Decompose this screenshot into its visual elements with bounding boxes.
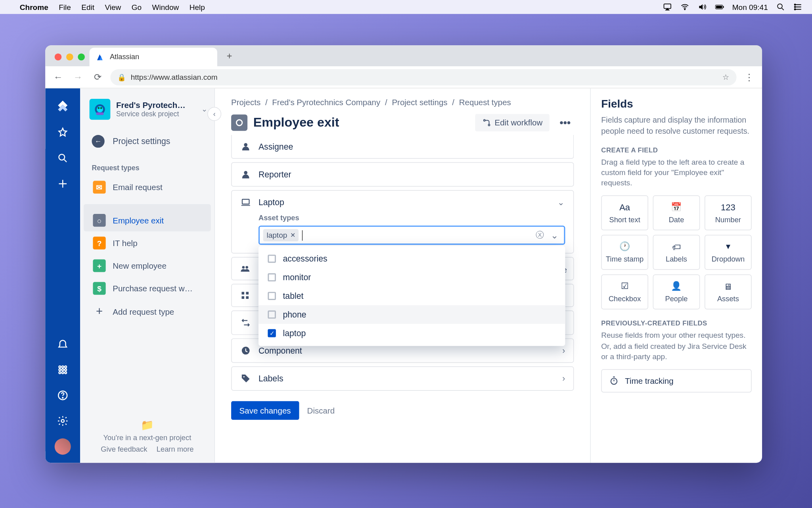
volume-icon[interactable] (697, 2, 707, 12)
browser-tab[interactable]: Atlassian (90, 48, 217, 66)
give-feedback-link[interactable]: Give feedback (101, 445, 147, 454)
address-bar: ← → ⟳ 🔒 https://www.atlassian.com ☆ ⋮ (45, 66, 762, 89)
menu-file[interactable]: File (59, 3, 71, 12)
dropdown-option[interactable]: tablet (259, 287, 565, 305)
nav-notifications-icon[interactable] (52, 334, 73, 355)
bookmark-star-icon[interactable]: ☆ (722, 73, 730, 81)
field-type-checkbox[interactable]: ☑Checkbox (601, 275, 648, 310)
chrome-menu-button[interactable]: ⋮ (742, 70, 756, 84)
menu-view[interactable]: View (105, 3, 121, 12)
jira-logo-icon[interactable] (55, 96, 71, 113)
field-type-labels[interactable]: 🏷Labels (653, 235, 700, 270)
checkbox-icon (268, 273, 276, 282)
field-type-dropdown[interactable]: ▾Dropdown (705, 235, 752, 270)
menu-go[interactable]: Go (132, 3, 142, 12)
nav-help-icon[interactable] (52, 385, 73, 406)
svg-point-23 (97, 106, 103, 112)
remove-chip-icon[interactable]: ✕ (290, 231, 295, 239)
field-reporter[interactable]: Reporter (231, 162, 574, 187)
edit-workflow-button[interactable]: Edit workflow (475, 114, 550, 131)
nav-star-icon[interactable] (52, 122, 73, 143)
nav-create-icon[interactable] (52, 173, 73, 194)
main-content: Projects/ Fred's Pyrotechnics Company/ P… (215, 89, 590, 463)
asset-types-label: Asset types (259, 214, 565, 222)
collapse-sidebar-button[interactable]: ‹ (207, 107, 221, 121)
menubar-clock[interactable]: Mon 09:41 (732, 3, 768, 12)
new-tab-button[interactable]: + (221, 48, 238, 65)
back-to-project-settings[interactable]: ← Project settings (80, 130, 214, 152)
svg-rect-35 (241, 292, 244, 294)
request-type-item[interactable]: $Purchase request w… (84, 277, 211, 300)
svg-point-10 (59, 366, 61, 368)
svg-rect-32 (242, 199, 249, 204)
request-type-item[interactable]: +New employee (84, 255, 211, 277)
svg-point-40 (243, 376, 245, 377)
svg-point-29 (488, 124, 490, 126)
menubar-app[interactable]: Chrome (20, 3, 48, 12)
asset-types-multiselect[interactable]: laptop✕ ⓧ ⌄ accessoriesmonitortabletphon… (259, 225, 565, 244)
url-field[interactable]: 🔒 https://www.atlassian.com ☆ (110, 69, 736, 85)
breadcrumb-item[interactable]: Request types (459, 98, 511, 107)
selected-chip[interactable]: laptop✕ (263, 229, 299, 241)
more-actions-button[interactable]: ••• (556, 114, 574, 131)
time-tracking-field[interactable]: Time tracking (601, 369, 751, 393)
menu-edit[interactable]: Edit (81, 3, 94, 12)
dropdown-option[interactable]: accessories (259, 249, 565, 268)
breadcrumb-item[interactable]: Projects (231, 98, 260, 107)
request-type-item[interactable]: ?IT help (84, 232, 211, 254)
back-button[interactable]: ← (51, 70, 65, 84)
field-type-icon: 🏷 (672, 241, 681, 252)
project-switcher-chevron-icon[interactable]: ⌄ (201, 105, 207, 114)
add-request-type[interactable]: +Add request type (84, 300, 211, 323)
airplay-icon[interactable] (663, 2, 672, 12)
request-type-icon (231, 115, 247, 131)
menu-help[interactable]: Help (190, 3, 205, 12)
nav-search-icon[interactable] (52, 148, 73, 169)
workflow-icon (482, 118, 491, 127)
field-type-time-stamp[interactable]: 🕐Time stamp (601, 235, 648, 270)
forward-button[interactable]: → (71, 70, 85, 84)
dropdown-option[interactable]: ✓laptop (259, 324, 565, 343)
request-type-glyph-icon: ✉ (93, 181, 105, 194)
field-assignee[interactable]: Assignee (231, 135, 574, 159)
dropdown-chevron-icon[interactable]: ⌄ (551, 230, 558, 241)
create-field-heading: CREATE A FIELD (601, 146, 751, 154)
fields-panel-title: Fields (601, 98, 751, 110)
nav-avatar[interactable] (55, 439, 71, 455)
clear-all-icon[interactable]: ⓧ (536, 230, 544, 240)
next-gen-msg: You're in a next-gen project (90, 434, 205, 442)
dropdown-option[interactable]: phone (259, 305, 565, 324)
request-type-item[interactable]: ○Employee exit (84, 204, 211, 231)
svg-point-7 (795, 6, 796, 8)
svg-rect-3 (716, 6, 722, 8)
reload-button[interactable]: ⟳ (91, 70, 105, 84)
dropdown-option[interactable]: monitor (259, 268, 565, 287)
field-type-icon: Aa (619, 202, 630, 212)
control-center-icon[interactable] (793, 2, 802, 12)
field-labels[interactable]: Labels› (231, 366, 574, 391)
save-button[interactable]: Save changes (231, 401, 299, 420)
breadcrumb-item[interactable]: Project settings (392, 98, 447, 107)
wifi-icon[interactable] (680, 2, 689, 12)
field-type-assets[interactable]: 🖥Assets (705, 275, 752, 310)
learn-more-link[interactable]: Learn more (157, 445, 194, 454)
project-header[interactable]: Fred's Pyrotech… Service desk project ⌄ (80, 89, 214, 125)
request-type-item[interactable]: ✉Email request (84, 176, 211, 198)
field-type-short-text[interactable]: AaShort text (601, 196, 648, 231)
nav-settings-icon[interactable] (52, 410, 73, 431)
request-types-heading: Request types (80, 158, 214, 175)
nav-apps-icon[interactable] (52, 359, 73, 380)
fields-panel-desc: Fields capture and display the informati… (601, 115, 751, 137)
spotlight-icon[interactable] (776, 2, 785, 12)
chevron-down-icon[interactable]: ⌄ (557, 198, 565, 207)
svg-point-12 (65, 366, 67, 368)
svg-point-18 (65, 372, 67, 374)
menu-window[interactable]: Window (152, 3, 179, 12)
window-controls[interactable] (52, 54, 90, 66)
field-type-number[interactable]: 123Number (705, 196, 752, 231)
discard-button[interactable]: Discard (307, 406, 335, 415)
breadcrumb-item[interactable]: Fred's Pyrotechnics Company (272, 98, 380, 107)
battery-icon[interactable] (715, 2, 724, 12)
field-type-people[interactable]: 👤People (653, 275, 700, 310)
field-type-date[interactable]: 📅Date (653, 196, 700, 231)
